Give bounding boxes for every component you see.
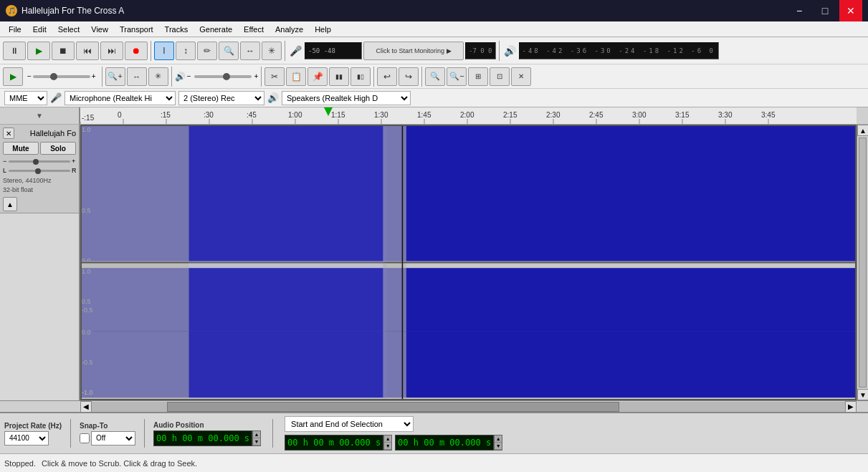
menu-item-generate[interactable]: Generate	[194, 24, 238, 35]
zoom-tog-button[interactable]: ✕	[511, 67, 531, 86]
redo-button[interactable]: ↪	[399, 67, 419, 86]
project-rate-label: Project Rate (Hz)	[4, 422, 62, 430]
svg-text:3:00: 3:00	[632, 111, 647, 119]
vscroll-thumb[interactable]	[859, 138, 867, 387]
scroll-down-button[interactable]: ▼	[857, 389, 868, 400]
close-button[interactable]: ✕	[839, 0, 862, 21]
scroll-up-button[interactable]: ▲	[857, 125, 868, 136]
scroll-left-button[interactable]: ◀	[80, 401, 92, 413]
svg-text:0.5: 0.5	[82, 207, 91, 214]
project-rate-field: Project Rate (Hz) 44100	[4, 422, 62, 445]
sel-start-spin-down[interactable]: ▼	[384, 443, 391, 450]
record-button[interactable]: ⏺	[125, 42, 148, 60]
audio-pos-spin-down[interactable]: ▼	[253, 438, 260, 445]
menu-item-edit[interactable]: Edit	[27, 24, 52, 35]
vertical-scrollbar[interactable]: ▲ ▼	[857, 125, 868, 400]
audio-pos-spin-up[interactable]: ▲	[253, 431, 260, 438]
svg-rect-36	[80, 126, 857, 261]
selection-mode-select[interactable]: Start and End of Selection	[285, 416, 414, 432]
multi-tool-button[interactable]: ✳	[262, 42, 282, 60]
solo-button[interactable]: Solo	[40, 142, 76, 155]
hscroll-track[interactable]	[92, 402, 845, 412]
zoom-in-button[interactable]: 🔍+	[105, 67, 125, 86]
mute-button[interactable]: Mute	[3, 142, 39, 155]
paste-button[interactable]: 📌	[307, 67, 328, 86]
play-button[interactable]: ▶	[27, 42, 50, 60]
toolbar-row-2: ▶ − + 🔍+ ↔ ✳ 🔊 − + ✂ 📋 📌 ▮▮ ▮▯ ↩ ↪	[0, 64, 868, 89]
envelope-tool-button[interactable]: ↕	[176, 42, 196, 60]
menu-item-transport[interactable]: Transport	[114, 24, 159, 35]
waveform-area[interactable]: 1.0 0.5 0.0 -0.5 -1.0	[80, 125, 857, 400]
playback-meter-scale: -48 -42 -36 -30 -24 -18 -12 -6 0	[523, 47, 715, 54]
scroll-right-button[interactable]: ▶	[845, 401, 857, 413]
play-at-speed-button[interactable]: ▶	[3, 67, 23, 86]
draw-tool-button[interactable]: ✏	[197, 42, 217, 60]
menu-item-select[interactable]: Select	[52, 24, 86, 35]
menu-item-file[interactable]: File	[3, 24, 27, 35]
zoom-sel-button[interactable]: ✳	[148, 67, 168, 86]
zoom-fit-button[interactable]: ⊞	[468, 67, 488, 86]
pause-button[interactable]: ⏸	[3, 42, 26, 60]
project-rate-select[interactable]: 44100	[4, 431, 49, 445]
audio-pos-spin[interactable]: ▲ ▼	[252, 430, 261, 446]
sel-start-time: 00 h 00 m 00.000 s	[287, 438, 381, 448]
maximize-button[interactable]: □	[814, 0, 836, 21]
skip-back-button[interactable]: ⏮	[76, 42, 99, 60]
audio-position-value: 00 h 00 m 00.000 s	[153, 430, 252, 446]
ruler-tick-area[interactable]: -:15 0 :15 :30 :45 1:00 1:15 1:30	[80, 107, 857, 124]
rec-channel-select[interactable]: 2 (Stereo) Rec	[178, 91, 264, 105]
sel-end-spin-up[interactable]: ▲	[495, 435, 502, 443]
zoom-tool-button[interactable]: 🔍	[219, 42, 239, 60]
menu-item-effect[interactable]: Effect	[238, 24, 270, 35]
hscroll-thumb[interactable]	[167, 402, 619, 412]
silence-button[interactable]: ▮▯	[350, 67, 371, 86]
timeshift-tool-button[interactable]: ↔	[240, 42, 260, 60]
speakers-select[interactable]: Speakers (Realtek High D	[282, 91, 411, 105]
minimize-button[interactable]: −	[788, 0, 811, 21]
audio-position-field: Audio Position 00 h 00 m 00.000 s ▲ ▼	[153, 421, 261, 446]
svg-text:0.5: 0.5	[82, 298, 91, 305]
sel-end-spin[interactable]: ▲ ▼	[494, 435, 502, 451]
microphone-select[interactable]: Microphone (Realtek Hi	[65, 91, 176, 105]
menubar: FileEditSelectViewTransportTracksGenerat…	[0, 21, 868, 37]
host-select[interactable]: MME	[4, 91, 47, 105]
menu-item-tracks[interactable]: Tracks	[159, 24, 194, 35]
speed-slider[interactable]	[33, 75, 90, 78]
start-monitoring-button[interactable]: Click to Start Monitoring ▶	[363, 42, 464, 60]
cut-button[interactable]: ✂	[264, 67, 285, 86]
trim-button[interactable]: ▮▮	[329, 67, 349, 86]
track-mute-solo: Mute Solo	[3, 142, 76, 155]
snap-checkbox[interactable]	[80, 433, 90, 443]
skip-forward-button[interactable]: ⏭	[100, 42, 123, 60]
pan-slider-thumb[interactable]	[35, 168, 41, 174]
track-collapse-button[interactable]: ▲	[3, 197, 17, 211]
sel-end-spin-down[interactable]: ▼	[495, 443, 502, 450]
track-close-button[interactable]: ✕	[3, 127, 14, 139]
toolbar-row-1: ⏸ ▶ ⏹ ⏮ ⏭ ⏺ I ↕ ✏ 🔍 ↔ ✳ 🎤 -50 -48 Click …	[0, 37, 868, 64]
sel-start-spin[interactable]: ▲ ▼	[383, 435, 392, 451]
selection-tool-button[interactable]: I	[154, 42, 174, 60]
zoom-sel-2-button[interactable]: ⊡	[490, 67, 510, 86]
volume-slider[interactable]	[194, 75, 252, 78]
speed-slider-thumb[interactable]	[50, 73, 57, 80]
horizontal-scrollbar[interactable]: ◀ ▶	[0, 400, 868, 412]
zoom-in-2-button[interactable]: 🔍	[425, 67, 445, 86]
gain-slider[interactable]	[9, 160, 70, 163]
gain-slider-thumb[interactable]	[33, 159, 39, 165]
menu-item-analyze[interactable]: Analyze	[270, 24, 309, 35]
copy-button[interactable]: 📋	[286, 67, 306, 86]
pan-slider[interactable]	[9, 170, 70, 172]
menu-item-view[interactable]: View	[85, 24, 114, 35]
audio-position-label: Audio Position	[153, 421, 261, 429]
gain-minus-label: −	[3, 158, 7, 165]
bottom-sep-1	[70, 419, 71, 448]
menu-item-help[interactable]: Help	[309, 24, 337, 35]
volume-slider-thumb[interactable]	[223, 73, 230, 80]
zoom-out-button[interactable]: ↔	[127, 67, 147, 86]
stop-button[interactable]: ⏹	[52, 42, 75, 60]
titlebar-controls: − □ ✕	[788, 0, 862, 21]
undo-button[interactable]: ↩	[377, 67, 397, 86]
zoom-out-2-button[interactable]: 🔍−	[447, 67, 467, 86]
sel-start-spin-up[interactable]: ▲	[384, 435, 391, 443]
snap-to-select[interactable]: Off	[91, 431, 135, 445]
